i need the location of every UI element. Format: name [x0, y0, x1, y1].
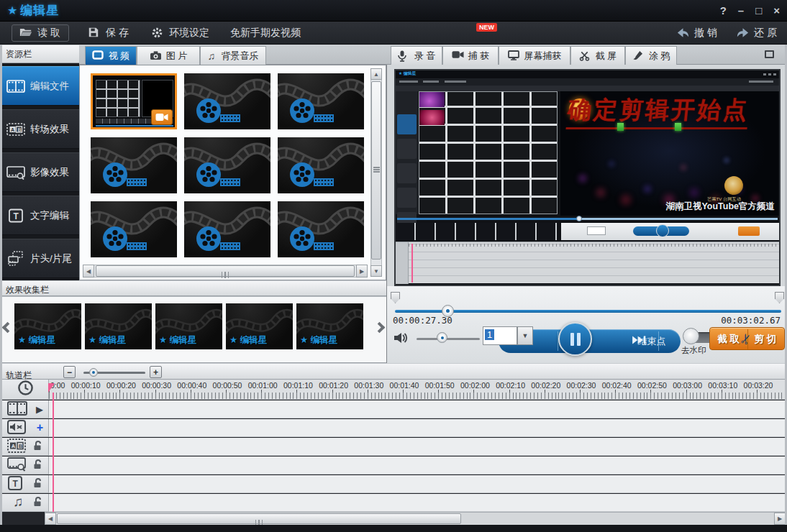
cut-button[interactable]: 剪 切 [747, 328, 784, 351]
sidebar-item-text-edit[interactable]: T 文字编辑 [0, 196, 79, 235]
ruler-minor-ticks [49, 393, 787, 399]
track-header-video: ▶ [2, 400, 49, 418]
media-thumbnail-selected[interactable] [91, 73, 177, 129]
playhead-marker[interactable] [48, 383, 55, 393]
lock-open-icon[interactable] [32, 440, 43, 454]
promo-label: 免新手期发视频 [230, 27, 301, 40]
scroll-right-button[interactable]: ▶ [774, 513, 786, 525]
timeline-scrollbar[interactable]: ◀ ▶ [45, 512, 786, 525]
effect-thumbnail[interactable]: ★ 编辑星 [85, 303, 152, 349]
media-thumbnail[interactable] [91, 137, 177, 193]
lock-open-icon[interactable] [32, 477, 43, 491]
mini-tab-strip [396, 86, 779, 91]
video-preview[interactable]: ★ 编辑星 确定剪辑开始点 芒果TV 台网互动 湖南卫视YouTube官方频道 [394, 69, 781, 286]
speaker-icon[interactable] [393, 330, 409, 346]
zoom-in-button[interactable]: + [150, 366, 162, 378]
media-thumbnail[interactable] [278, 201, 364, 257]
close-button[interactable]: × [773, 4, 780, 18]
help-button[interactable]: ? [720, 4, 727, 18]
effect-thumbnail[interactable]: ★ 编辑星 [296, 303, 363, 349]
timeline-zoom-thumb[interactable] [89, 368, 98, 377]
trim-start-handle[interactable] [391, 292, 400, 303]
promo-button[interactable]: 免新手期发视频 NEW [223, 24, 331, 42]
video-camera-icon [452, 50, 464, 61]
maximize-button[interactable]: □ [755, 4, 762, 18]
effect-thumbnail[interactable]: ★ 编辑星 [226, 303, 293, 349]
playhead-line[interactable] [53, 393, 54, 512]
star-icon: ★ [229, 335, 237, 345]
timeline-scroll-thumb[interactable] [57, 513, 461, 524]
effects-next-button[interactable] [374, 322, 386, 334]
redo-button[interactable]: 还 原 [729, 24, 784, 42]
lock-open-icon[interactable] [32, 459, 43, 472]
redo-label: 还 原 [754, 27, 777, 40]
track-audio[interactable] [49, 419, 787, 437]
track-video[interactable] [49, 400, 787, 418]
track-transition[interactable] [49, 438, 787, 456]
track-effect[interactable] [49, 457, 787, 474]
tab-capture[interactable]: 捕 获 [442, 46, 499, 65]
minimize-button[interactable]: – [738, 4, 744, 18]
media-thumbnail[interactable] [184, 201, 270, 257]
scroll-up-button[interactable]: ▲ [370, 68, 382, 80]
app-logo: ★编辑星 [7, 2, 59, 19]
play-track-button[interactable]: ▶ [36, 404, 43, 415]
triangle-right-icon: ▶ [360, 268, 364, 275]
tab-screen-capture[interactable]: 屏幕捕获 [499, 46, 570, 65]
read-button[interactable]: 读 取 [12, 24, 69, 42]
lock-open-icon[interactable] [32, 496, 43, 510]
watermark-toggle-knob[interactable] [683, 328, 699, 344]
settings-button[interactable]: 环境设定 [144, 24, 217, 42]
track-text[interactable] [49, 475, 787, 493]
save-button[interactable]: 保 存 [81, 24, 136, 42]
add-audio-button[interactable]: + [37, 421, 43, 434]
grip-icon [372, 167, 381, 173]
tab-record[interactable]: 录 音 [391, 46, 442, 65]
effects-prev-button[interactable] [2, 322, 14, 334]
sidebar-item-video-effects[interactable]: 影像效果 [0, 152, 79, 192]
scroll-left-button[interactable]: ◀ [83, 265, 94, 278]
media-thumbnail[interactable] [184, 73, 270, 129]
tab-doodle[interactable]: 涂 鸦 [625, 46, 677, 65]
zoom-out-button[interactable]: − [63, 366, 76, 378]
tab-video[interactable]: 视 频 [85, 46, 137, 65]
track-music[interactable] [49, 494, 787, 512]
media-hscroll-thumb[interactable] [96, 265, 355, 277]
ruler-label: 00:01:10 [283, 381, 313, 390]
volume-thumb[interactable] [437, 332, 447, 343]
effect-label: ★ 编辑星 [159, 334, 196, 347]
tab-image[interactable]: 图 片 [137, 46, 200, 65]
trim-end-handle[interactable] [775, 292, 784, 303]
svg-text:T: T [14, 211, 19, 221]
speed-dropdown[interactable]: 1 ▼ [483, 326, 533, 345]
dropdown-arrow-button[interactable]: ▼ [517, 326, 533, 345]
tab-snip[interactable]: 截 屏 [570, 46, 625, 65]
player-panel: 00:00:27.30 00:03:02.67 结束点 [386, 286, 787, 363]
media-thumbnail[interactable] [278, 137, 364, 193]
volume-slider[interactable] [417, 338, 480, 340]
effect-thumbnail[interactable]: ★ 编辑星 [14, 303, 81, 349]
sidebar-label: 文字编辑 [30, 209, 69, 222]
undo-label: 撤 销 [694, 27, 717, 40]
media-vscroll-thumb[interactable] [371, 81, 381, 260]
scroll-left-button[interactable]: ◀ [45, 513, 56, 525]
effect-label: ★ 编辑星 [300, 334, 337, 347]
pause-button[interactable] [558, 322, 592, 356]
media-thumbnail[interactable] [91, 201, 177, 257]
effect-thumbnail[interactable]: ★ 编辑星 [155, 303, 222, 349]
media-thumbnail[interactable] [184, 137, 270, 193]
triangle-up-icon: ▲ [373, 71, 379, 78]
sidebar-item-edit-files[interactable]: 编辑文件 [0, 66, 79, 106]
sidebar-item-transitions[interactable]: AB 转场效果 [0, 109, 79, 149]
undo-button[interactable]: 撤 销 [669, 24, 724, 42]
scroll-right-button[interactable]: ▶ [356, 265, 368, 278]
timeline-ruler[interactable]: 0:0000:00:1000:00:2000:00:3000:00:4000:0… [49, 380, 787, 400]
mini-title-bar: ★ 编辑星 [396, 70, 779, 78]
panel-window-icon[interactable] [765, 50, 774, 58]
tab-music[interactable]: ♫ 背景音乐 [200, 46, 266, 65]
triangle-right-icon: ▶ [778, 515, 782, 522]
scroll-down-button[interactable]: ▼ [370, 265, 382, 277]
end-point-button[interactable]: 结束点 [626, 329, 678, 353]
media-thumbnail[interactable] [278, 73, 364, 129]
sidebar-item-intro-outro[interactable]: 片头/片尾 [0, 239, 79, 278]
